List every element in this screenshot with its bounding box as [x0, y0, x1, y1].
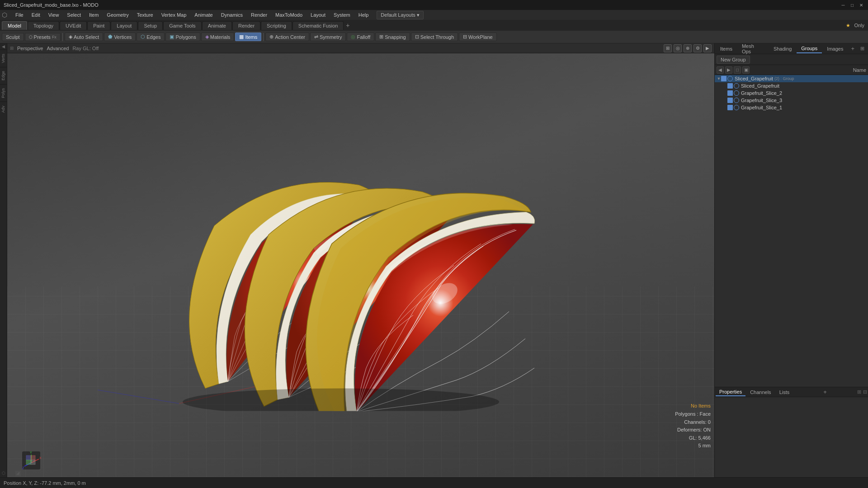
menu-system[interactable]: System	[330, 11, 354, 19]
tree-item-sliced-grapefruit-mesh[interactable]: Sliced_Grapefruit	[715, 82, 868, 89]
rp-tab-items[interactable]: Items	[716, 45, 737, 53]
add-right-tab-button[interactable]: +	[848, 44, 857, 53]
auto-select-button[interactable]: ◈ Auto Select	[65, 33, 103, 41]
edges-button[interactable]: ⬡ Edges	[137, 33, 165, 41]
vertices-button[interactable]: ⬟ Vertices	[104, 33, 136, 41]
visibility-icon-1[interactable]	[727, 83, 733, 89]
polygons-button[interactable]: ▣ Polygons	[165, 33, 200, 41]
properties-content	[715, 397, 868, 477]
menu-animate[interactable]: Animate	[191, 11, 216, 19]
tab-schematic-fusion[interactable]: Schematic Fusion	[292, 21, 344, 30]
visibility-icon[interactable]	[721, 76, 726, 81]
tree-item-grapefruit-slice-3[interactable]: Grapefruit_Slice_3	[715, 97, 868, 104]
tab-scripting[interactable]: Scripting	[261, 21, 292, 30]
tree-arrow: ▼	[717, 76, 721, 81]
menu-texture[interactable]: Texture	[133, 11, 157, 19]
visibility-icon-3[interactable]	[727, 98, 733, 103]
tab-game-tools[interactable]: Game Tools	[163, 21, 202, 30]
workplane-button[interactable]: ⊟ WorkPlane	[459, 33, 497, 41]
tab-layout[interactable]: Layout	[111, 21, 137, 30]
vp-ctrl-1[interactable]: ⊞	[664, 44, 672, 52]
render-icon-3[interactable]	[734, 98, 739, 103]
edge-tab-adv[interactable]: Adv	[0, 102, 7, 117]
visibility-icon-2[interactable]	[727, 90, 733, 96]
falloff-button[interactable]: ◎ Falloff	[347, 33, 374, 41]
rp-tab-mesh-ops[interactable]: Mesh Ops	[737, 42, 769, 56]
close-button[interactable]: ✕	[858, 2, 864, 8]
tab-topology[interactable]: Topology	[28, 21, 59, 30]
snapping-button[interactable]: ⊞ Snapping	[375, 33, 410, 41]
render-icon[interactable]	[727, 76, 733, 81]
viewport-menu-icon[interactable]: ⊞	[10, 46, 14, 51]
polygons-icon: ▣	[170, 34, 174, 40]
prop-tab-channels[interactable]: Channels	[746, 389, 774, 396]
tab-setup[interactable]: Setup	[138, 21, 163, 30]
menu-view[interactable]: View	[45, 11, 63, 19]
add-prop-tab-button[interactable]: +	[821, 388, 830, 396]
menu-render[interactable]: Render	[247, 11, 271, 19]
perspective-label[interactable]: Perspective	[17, 46, 43, 51]
menu-edit[interactable]: Edit	[28, 11, 44, 19]
menu-item[interactable]: Item	[85, 11, 102, 19]
menu-select[interactable]: Select	[63, 11, 85, 19]
prop-tab-lists[interactable]: Lists	[776, 389, 793, 396]
vp-ctrl-settings[interactable]: ⚙	[693, 44, 702, 52]
maximize-button[interactable]: □	[849, 2, 855, 8]
menu-vertex-map[interactable]: Vertex Map	[158, 11, 190, 19]
right-panel-expand-button[interactable]: ⊞	[858, 45, 867, 52]
menu-maxcomodo[interactable]: MaxToModo	[272, 11, 306, 19]
statusbar: Position X, Y, Z: -77.2 mm, 2mm, 0 m	[0, 477, 868, 488]
tree-item-grapefruit-slice-2[interactable]: Grapefruit_Slice_2	[715, 89, 868, 97]
prop-tab-properties[interactable]: Properties	[716, 388, 745, 396]
items-label: Items	[245, 34, 257, 40]
tree-item-sliced-grapefruit-group[interactable]: ▼ Sliced_Grapefruit (2) : Group	[715, 75, 868, 82]
menu-layout[interactable]: Layout	[307, 11, 329, 19]
items-button[interactable]: ▦ Items	[235, 33, 261, 41]
vp-ctrl-3[interactable]: ⊕	[684, 44, 692, 52]
tab-paint[interactable]: Paint	[87, 21, 110, 30]
select-through-button[interactable]: ⊡ Select Through	[411, 33, 458, 41]
edge-tab-verts[interactable]: Verts	[0, 50, 7, 67]
rp-tab-groups[interactable]: Groups	[797, 44, 822, 53]
menu-dynamics[interactable]: Dynamics	[217, 11, 246, 19]
visibility-icon-4[interactable]	[727, 105, 733, 110]
menu-file[interactable]: File	[12, 11, 27, 19]
vp-ctrl-expand[interactable]: ▶	[703, 44, 712, 52]
rp-tab-images[interactable]: Images	[822, 45, 848, 53]
tab-render[interactable]: Render	[232, 21, 260, 30]
gi-btn-2[interactable]: ▶	[725, 66, 732, 74]
advanced-label[interactable]: Advanced	[47, 46, 69, 51]
menu-geometry[interactable]: Geometry	[103, 11, 132, 19]
prop-panel-float-icon[interactable]: ⊟	[863, 389, 867, 395]
add-tab-button[interactable]: +	[344, 21, 351, 30]
tab-model[interactable]: Model	[2, 21, 27, 30]
minimize-button[interactable]: ─	[840, 2, 846, 8]
viewport-resize-icon[interactable]	[15, 471, 21, 476]
grapefruit-3d-model	[142, 131, 540, 411]
symmetry-button[interactable]: ⇌ Symmetry	[310, 33, 346, 41]
action-center-button[interactable]: ⊕ Action Center	[265, 33, 309, 41]
prop-panel-expand-icon[interactable]: ⊞	[857, 389, 861, 395]
tab-uvedit[interactable]: UVEdit	[60, 21, 87, 30]
tab-animate[interactable]: Animate	[202, 21, 232, 30]
render-icon-1[interactable]	[734, 83, 739, 89]
materials-button[interactable]: ◈ Materials	[201, 33, 235, 41]
vp-ctrl-2[interactable]: ◎	[674, 44, 682, 52]
presets-button[interactable]: ⬡ Presets Fx	[25, 33, 61, 41]
render-icon-4[interactable]	[734, 105, 739, 110]
gi-btn-4[interactable]: ▣	[742, 66, 750, 74]
menu-help[interactable]: Help	[355, 11, 373, 19]
gi-btn-1[interactable]: ◀	[717, 66, 724, 74]
no-items-label: No Items	[675, 402, 711, 410]
sculpt-button[interactable]: Sculpt	[2, 33, 24, 41]
rp-tab-shading[interactable]: Shading	[769, 45, 796, 53]
tree-item-grapefruit-slice-1[interactable]: Grapefruit_Slice_1	[715, 104, 868, 111]
new-group-button[interactable]: New Group	[717, 56, 750, 64]
render-icon-2[interactable]	[734, 90, 739, 96]
gi-btn-3[interactable]: □	[734, 66, 741, 74]
layout-selector[interactable]: Default Layouts ▾	[377, 11, 424, 19]
viewport-canvas[interactable]: X Y Z No Items Polygons : Face	[7, 53, 714, 477]
edge-tab-polys[interactable]: Polys	[0, 84, 7, 102]
edge-tab-edge[interactable]: Edge	[0, 67, 7, 84]
left-edge-collapse[interactable]: ◀	[0, 43, 7, 50]
